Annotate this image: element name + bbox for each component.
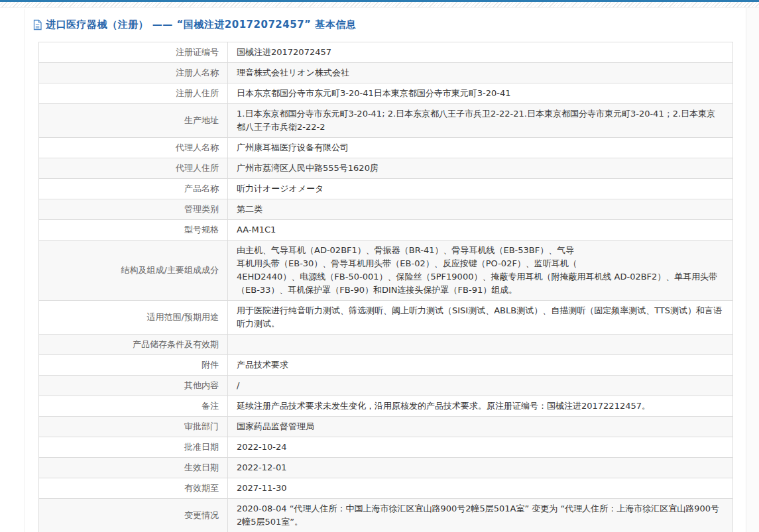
- page-title-text: 进口医疗器械（注册） —— “国械注进20172072457” 基本信息: [46, 19, 356, 31]
- row-label: 适用范围/预期用途: [39, 301, 228, 335]
- row-value: 2020-08-04 “代理人住所：中国上海市徐汇区宜山路900号2幢5层501…: [228, 499, 733, 532]
- table-row: 代理人住所广州市荔湾区人民中路555号1620房: [39, 158, 733, 179]
- row-value: /: [228, 376, 733, 396]
- row-value: 2027-11-30: [228, 478, 733, 499]
- hatch-band: [0, 2, 759, 8]
- row-label: 备注: [39, 396, 228, 417]
- row-label: 审批部门: [39, 417, 228, 437]
- row-value: AA-M1C1: [228, 220, 733, 240]
- document-icon: [32, 19, 42, 30]
- table-row: 注册人住所日本东京都国分寺市东元町3-20-41日本東京都国分寺市東元町3-20…: [39, 83, 733, 104]
- table-row: 注册人名称理音株式会社リオン株式会社: [39, 63, 733, 83]
- row-label: 注册人名称: [39, 63, 228, 83]
- row-value: 理音株式会社リオン株式会社: [228, 63, 733, 83]
- row-label: 附件: [39, 355, 228, 376]
- row-label: 有效期至: [39, 478, 228, 499]
- scrollbar-track[interactable]: [746, 8, 759, 532]
- row-label: 其他内容: [39, 376, 228, 396]
- row-label: 产品储存条件及有效期: [39, 335, 228, 355]
- table-row: 备注延续注册产品技术要求未发生变化，沿用原核发的产品技术要求。原注册证编号：国械…: [39, 396, 733, 417]
- table-row: 结构及组成/主要组成成分由主机、气导耳机（AD-02BF1）、骨振器（BR-41…: [39, 240, 733, 301]
- row-value: 用于医院进行纯音听力测试、筛选测听、阈上听力测试（SISI测试、ABLB测试）、…: [228, 301, 733, 335]
- row-label: 批准日期: [39, 437, 228, 458]
- row-label: 注册证编号: [39, 42, 228, 63]
- row-value: 国家药品监督管理局: [228, 417, 733, 437]
- row-value: [228, 335, 733, 355]
- row-label: 生效日期: [39, 458, 228, 478]
- row-value: 广州市荔湾区人民中路555号1620房: [228, 158, 733, 179]
- row-label: 型号规格: [39, 220, 228, 240]
- row-value: 由主机、气导耳机（AD-02BF1）、骨振器（BR-41）、骨导耳机线（EB-5…: [228, 240, 733, 301]
- row-value: 广州康耳福医疗设备有限公司: [228, 138, 733, 158]
- table-row: 注册证编号国械注进20172072457: [39, 42, 733, 63]
- registration-table-body: 注册证编号国械注进20172072457注册人名称理音株式会社リオン株式会社注册…: [39, 42, 733, 532]
- table-row: 生效日期2022-12-01: [39, 458, 733, 478]
- table-row: 审批部门国家药品监督管理局: [39, 417, 733, 437]
- table-row: 产品储存条件及有效期: [39, 335, 733, 355]
- table-row: 代理人名称广州康耳福医疗设备有限公司: [39, 138, 733, 158]
- page-title: 进口医疗器械（注册） —— “国械注进20172072457” 基本信息: [25, 19, 736, 31]
- row-label: 变更情况: [39, 499, 228, 532]
- row-value: 产品技术要求: [228, 355, 733, 376]
- row-value: 第二类: [228, 199, 733, 220]
- table-row: 生产地址1.日本东京都国分寺市东元町3-20-41; 2.日本东京都八王子市兵卫…: [39, 104, 733, 138]
- row-label: 代理人住所: [39, 158, 228, 179]
- row-value: 2022-10-24: [228, 437, 733, 458]
- row-value: 国械注进20172072457: [228, 42, 733, 63]
- row-label: 注册人住所: [39, 83, 228, 104]
- table-row: 变更情况2020-08-04 “代理人住所：中国上海市徐汇区宜山路900号2幢5…: [39, 499, 733, 532]
- row-label: 产品名称: [39, 179, 228, 199]
- table-row: 批准日期2022-10-24: [39, 437, 733, 458]
- table-row: 型号规格AA-M1C1: [39, 220, 733, 240]
- table-row: 管理类别第二类: [39, 199, 733, 220]
- row-label: 管理类别: [39, 199, 228, 220]
- row-value: 日本东京都国分寺市东元町3-20-41日本東京都国分寺市東元町3-20-41: [228, 83, 733, 104]
- row-value: 2022-12-01: [228, 458, 733, 478]
- table-row: 适用范围/预期用途用于医院进行纯音听力测试、筛选测听、阈上听力测试（SISI测试…: [39, 301, 733, 335]
- registration-info-table: 注册证编号国械注进20172072457注册人名称理音株式会社リオン株式会社注册…: [38, 42, 733, 532]
- row-label: 结构及组成/主要组成成分: [39, 240, 228, 301]
- table-row: 其他内容/: [39, 376, 733, 396]
- table-row: 附件产品技术要求: [39, 355, 733, 376]
- row-label: 代理人名称: [39, 138, 228, 158]
- row-value: 延续注册产品技术要求未发生变化，沿用原核发的产品技术要求。原注册证编号：国械注进…: [228, 396, 733, 417]
- table-row: 产品名称听力计オージオメータ: [39, 179, 733, 199]
- table-row: 有效期至2027-11-30: [39, 478, 733, 499]
- row-label: 生产地址: [39, 104, 228, 138]
- content-panel: 进口医疗器械（注册） —— “国械注进20172072457” 基本信息 注册证…: [24, 9, 736, 532]
- row-value: 1.日本东京都国分寺市东元町3-20-41; 2.日本东京都八王子市兵卫2-22…: [228, 104, 733, 138]
- row-value: 听力计オージオメータ: [228, 179, 733, 199]
